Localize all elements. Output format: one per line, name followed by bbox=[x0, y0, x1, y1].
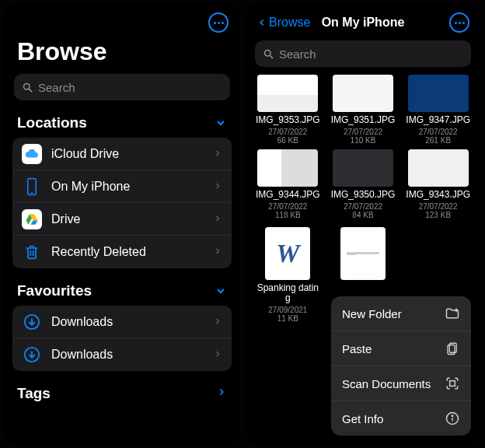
back-button[interactable]: Browse bbox=[256, 16, 310, 30]
file-item[interactable]: IMG_9343.JPG 27/07/2022123 KB bbox=[403, 149, 473, 219]
chevron-right-icon bbox=[213, 147, 222, 161]
file-item[interactable]: IMG_9353.JPG 27/07/202266 KB bbox=[253, 75, 323, 145]
image-thumbnail bbox=[333, 75, 393, 112]
svg-line-14 bbox=[270, 55, 273, 58]
search-input[interactable]: Search bbox=[255, 40, 471, 67]
image-thumbnail bbox=[408, 149, 469, 187]
file-item[interactable]: IMG_9344.JPG 27/07/2022118 KB bbox=[253, 149, 323, 219]
svg-point-0 bbox=[24, 83, 30, 89]
file-item[interactable]: IMG_9347.JPG 27/07/2022261 KB bbox=[403, 75, 473, 145]
image-thumbnail bbox=[333, 149, 393, 187]
menu-new-folder[interactable]: New Folder bbox=[331, 296, 471, 331]
menu-paste[interactable]: Paste bbox=[331, 331, 471, 366]
favourites-header[interactable]: Favourites bbox=[5, 268, 239, 306]
chevron-right-icon bbox=[213, 315, 222, 329]
scan-icon bbox=[445, 376, 460, 391]
iphone-icon bbox=[22, 177, 42, 197]
search-icon bbox=[263, 48, 274, 60]
google-drive-icon bbox=[22, 209, 42, 229]
chevron-right-icon bbox=[213, 180, 222, 194]
tags-header[interactable]: Tags bbox=[5, 371, 239, 416]
info-icon bbox=[445, 411, 460, 426]
chevron-left-icon bbox=[256, 16, 267, 30]
chevron-right-icon bbox=[216, 387, 227, 401]
word-doc-icon: W bbox=[265, 227, 310, 280]
more-icon bbox=[455, 22, 465, 24]
svg-rect-19 bbox=[450, 381, 455, 387]
trash-icon bbox=[22, 242, 42, 262]
location-drive[interactable]: Drive bbox=[12, 203, 232, 236]
favourite-downloads[interactable]: Downloads bbox=[12, 306, 232, 338]
svg-rect-2 bbox=[28, 178, 37, 194]
file-item[interactable]: IMG_9350.JPG 27/07/202284 KB bbox=[329, 149, 398, 219]
folder-pane: Browse On My iPhone Search IMG_9353.JPG … bbox=[246, 5, 480, 443]
search-input[interactable]: Search bbox=[14, 74, 230, 100]
image-thumbnail bbox=[257, 75, 318, 112]
favourites-group: Downloads Downloads bbox=[12, 306, 232, 371]
menu-scan-documents[interactable]: Scan Documents bbox=[331, 366, 471, 401]
chevron-down-icon bbox=[215, 285, 227, 297]
search-icon bbox=[22, 82, 33, 93]
new-folder-icon bbox=[445, 306, 460, 321]
download-icon bbox=[22, 345, 42, 365]
svg-point-22 bbox=[452, 415, 452, 416]
paste-icon bbox=[445, 341, 460, 356]
browse-pane: Browse Search Locations iCloud Drive On … bbox=[5, 5, 239, 443]
svg-point-13 bbox=[265, 50, 271, 56]
locations-group: iCloud Drive On My iPhone Drive Recently… bbox=[12, 138, 232, 268]
svg-line-1 bbox=[29, 89, 32, 92]
location-recently-deleted[interactable]: Recently Deleted bbox=[12, 236, 232, 268]
more-icon bbox=[214, 22, 224, 24]
download-icon bbox=[22, 312, 42, 332]
more-button[interactable] bbox=[208, 12, 229, 33]
page-title: Browse bbox=[5, 33, 239, 74]
chevron-down-icon bbox=[215, 117, 227, 129]
more-button[interactable] bbox=[449, 12, 469, 33]
image-thumbnail bbox=[408, 75, 469, 112]
search-placeholder: Search bbox=[38, 81, 75, 94]
image-thumbnail bbox=[257, 149, 318, 187]
locations-header[interactable]: Locations bbox=[5, 100, 239, 138]
menu-get-info[interactable]: Get Info bbox=[331, 401, 471, 436]
chevron-right-icon bbox=[213, 245, 222, 259]
chevron-right-icon bbox=[213, 212, 222, 226]
location-icloud-drive[interactable]: iCloud Drive bbox=[12, 138, 232, 170]
search-placeholder: Search bbox=[279, 47, 316, 61]
chevron-right-icon bbox=[213, 348, 222, 362]
favourite-downloads[interactable]: Downloads bbox=[12, 338, 232, 371]
file-item[interactable]: W Spanking dating 27/09/202111 KB bbox=[253, 227, 323, 324]
text-doc-icon bbox=[340, 227, 386, 280]
context-menu: New Folder Paste Scan Documents Get Info bbox=[331, 296, 471, 436]
file-grid: IMG_9353.JPG 27/07/202266 KB IMG_9351.JP… bbox=[246, 67, 480, 227]
cloud-icon bbox=[22, 144, 42, 164]
svg-marker-5 bbox=[31, 220, 38, 224]
location-on-my-iphone[interactable]: On My iPhone bbox=[12, 170, 232, 203]
file-item[interactable]: IMG_9351.JPG 27/07/2022110 KB bbox=[329, 75, 398, 145]
